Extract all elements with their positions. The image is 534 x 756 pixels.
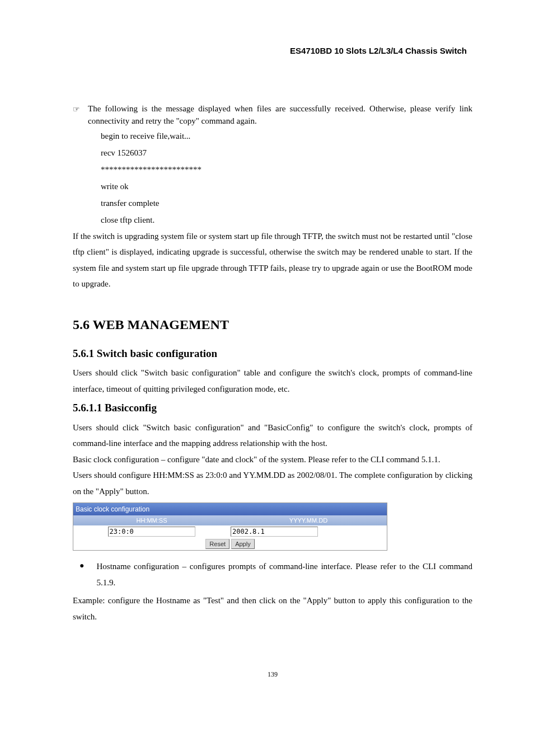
bullet-item: ● Hostname configuration – configures pr… <box>73 558 472 590</box>
console-line: transfer complete <box>101 195 472 212</box>
body-paragraph: Users should configure HH:MM:SS as 23:0:… <box>73 467 472 499</box>
yyyymmdd-input[interactable] <box>231 527 318 537</box>
apply-button[interactable]: Apply <box>231 539 255 549</box>
console-line: ************************ <box>101 161 472 178</box>
bullet-text: Hostname configuration – configures prom… <box>96 558 472 590</box>
bullet-icon: ● <box>79 558 84 574</box>
console-line: recv 1526037 <box>101 144 472 161</box>
panel-title: Basic clock configuration <box>73 503 387 515</box>
body-paragraph: Users should click "Switch basic configu… <box>73 365 472 397</box>
console-line: close tftp client. <box>101 212 472 228</box>
reset-button[interactable]: Reset <box>205 539 229 549</box>
pointer-text-line1: The following is the message displayed w… <box>88 104 431 113</box>
body-paragraph: Basic clock configuration – configure "d… <box>73 452 472 468</box>
body-paragraph: Example: configure the Hostname as "Test… <box>73 593 472 624</box>
section-heading-5-6-1: 5.6.1 Switch basic configuration <box>73 346 472 362</box>
pointer-paragraph: ☞ The following is the message displayed… <box>73 102 472 128</box>
page-header: ES4710BD 10 Slots L2/L3/L4 Chassis Switc… <box>73 45 472 58</box>
console-output: begin to receive file,wait... recv 15260… <box>101 128 472 228</box>
section-heading-5-6-1-1: 5.6.1.1 Basicconfig <box>73 400 472 416</box>
column-header-yyyymmdd: YYYY.MM.DD <box>230 515 387 525</box>
page-number: 139 <box>73 669 472 679</box>
column-header-hhmmss: HH:MM:SS <box>73 515 230 525</box>
section-heading-5-6: 5.6 WEB MANAGEMENT <box>73 314 472 335</box>
console-line: write ok <box>101 178 472 195</box>
hand-pointer-icon: ☞ <box>73 104 80 115</box>
body-paragraph: Users should click "Switch basic configu… <box>73 420 472 452</box>
hhmmss-input[interactable] <box>108 527 195 537</box>
body-paragraph: If the switch is upgrading system file o… <box>73 228 472 292</box>
console-line: begin to receive file,wait... <box>101 128 472 144</box>
basic-clock-config-panel: Basic clock configuration HH:MM:SS YYYY.… <box>73 503 387 551</box>
